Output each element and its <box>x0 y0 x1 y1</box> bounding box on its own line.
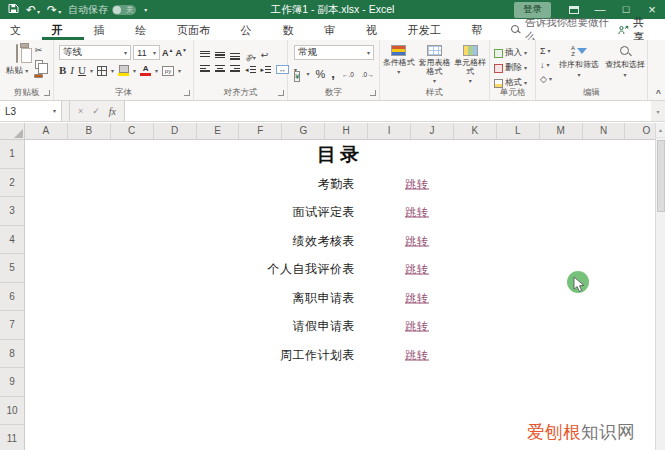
ribbon-display-options-button[interactable] <box>561 0 587 19</box>
percent-style-icon[interactable]: % <box>315 68 325 80</box>
column-header-o[interactable]: O <box>625 123 655 139</box>
find-select-button[interactable]: 查找和选择 ▾ <box>602 45 648 78</box>
tab-draw[interactable]: 绘图 <box>125 19 167 40</box>
collapse-ribbon-icon[interactable]: ^ <box>656 88 661 98</box>
column-header-h[interactable]: H <box>325 123 368 139</box>
column-header-c[interactable]: C <box>111 123 154 139</box>
tab-data[interactable]: 数据 <box>272 19 314 40</box>
tab-review[interactable]: 审阅 <box>314 19 356 40</box>
row-header-9[interactable]: 9 <box>0 368 24 397</box>
number-dialog-launcher-icon[interactable] <box>370 90 376 96</box>
align-right-icon[interactable] <box>230 65 240 74</box>
cut-icon[interactable]: ✂ <box>35 46 43 55</box>
maximize-button[interactable]: □ <box>613 0 639 19</box>
paste-button[interactable]: 粘贴 ▾ <box>5 45 29 77</box>
tab-file[interactable]: 文件 <box>0 19 42 40</box>
font-color-dropdown-icon[interactable]: ▾ <box>155 68 158 74</box>
column-header-f[interactable]: F <box>239 123 282 139</box>
fill-color-icon[interactable] <box>118 65 129 76</box>
redo-dropdown-icon[interactable]: ▾ <box>58 9 61 15</box>
row-header-5[interactable]: 5 <box>0 254 24 283</box>
underline-button[interactable]: U <box>78 65 86 76</box>
row-header-4[interactable]: 4 <box>0 226 24 255</box>
column-header-d[interactable]: D <box>154 123 197 139</box>
font-size-select[interactable]: 11▾ <box>133 45 160 60</box>
conditional-formatting-button[interactable]: 条件格式 ▾ <box>382 45 416 88</box>
alignment-dialog-launcher-icon[interactable] <box>278 90 284 96</box>
jump-link[interactable]: 跳转 <box>405 233 429 248</box>
increase-decimal-icon[interactable]: ←.0 <box>341 70 355 79</box>
row-header-7[interactable]: 7 <box>0 311 24 340</box>
close-button[interactable]: × <box>639 0 665 19</box>
align-center-icon[interactable] <box>215 65 225 74</box>
row-header-3[interactable]: 3 <box>0 197 24 226</box>
name-box-dropdown-icon[interactable]: ▾ <box>53 108 56 114</box>
sort-filter-button[interactable]: AZ 排序和筛选 ▾ <box>556 45 602 78</box>
tab-developer[interactable]: 开发工具 <box>398 19 462 40</box>
decrease-indent-icon[interactable]: ◂ <box>245 66 256 74</box>
redo-button[interactable]: ↷▾ <box>47 4 61 16</box>
bold-button[interactable]: B <box>59 65 66 76</box>
jump-link[interactable]: 跳转 <box>405 319 429 334</box>
format-as-table-button[interactable]: 套用表格格式 ▾ <box>418 45 452 88</box>
row-header-10[interactable]: 10 <box>0 397 24 426</box>
autosave-control[interactable]: 自动保存 关 <box>68 3 136 17</box>
italic-button[interactable]: I <box>70 65 74 76</box>
column-header-l[interactable]: L <box>497 123 540 139</box>
jump-link[interactable]: 跳转 <box>405 176 429 191</box>
autosum-button[interactable]: Σ▾ <box>540 46 552 56</box>
number-format-select[interactable]: 常规▾ <box>294 45 374 60</box>
column-header-a[interactable]: A <box>25 123 68 139</box>
jump-link[interactable]: 跳转 <box>405 205 429 220</box>
sheet-grid[interactable]: 目录 考勤表 跳转 面试评定表 跳转 绩效考核表 跳转 个人自我评价表 跳转 离… <box>25 140 655 450</box>
borders-dropdown-icon[interactable]: ▾ <box>111 68 114 74</box>
comma-style-icon[interactable]: , <box>331 71 335 77</box>
copy-icon[interactable] <box>35 60 43 69</box>
row-header-6[interactable]: 6 <box>0 283 24 312</box>
format-painter-icon[interactable] <box>34 74 43 78</box>
align-top-icon[interactable] <box>200 51 210 60</box>
decrease-font-size-button[interactable]: A▼ <box>175 47 186 58</box>
clear-button[interactable]: ◇▾ <box>540 74 552 84</box>
column-header-k[interactable]: K <box>454 123 497 139</box>
tell-me-search[interactable]: 告诉我你想要做什么 <box>511 19 618 40</box>
tab-help[interactable]: 帮助 <box>461 19 503 40</box>
font-name-select[interactable]: 等线▾ <box>59 45 131 60</box>
undo-dropdown-icon[interactable]: ▾ <box>37 9 40 15</box>
delete-cells-button[interactable]: 删除▾ <box>494 62 527 74</box>
autosave-toggle[interactable]: 关 <box>112 5 136 15</box>
scroll-up-icon[interactable]: ▴ <box>656 123 665 138</box>
fill-color-dropdown-icon[interactable]: ▾ <box>133 68 136 74</box>
tab-home[interactable]: 开始 <box>42 19 84 40</box>
orientation-icon[interactable]: ab▾ <box>245 46 256 64</box>
name-box[interactable]: L3 ▾ <box>0 101 62 121</box>
row-header-8[interactable]: 8 <box>0 340 24 369</box>
align-bottom-icon[interactable] <box>230 51 240 60</box>
formula-bar-expand-icon[interactable]: ▾ <box>651 101 665 121</box>
row-header-11[interactable]: 11 <box>0 425 24 450</box>
vertical-scrollbar[interactable]: ▴ <box>655 123 665 450</box>
share-button[interactable]: 共享 <box>618 19 665 40</box>
column-header-n[interactable]: N <box>583 123 626 139</box>
column-header-m[interactable]: M <box>540 123 583 139</box>
row-header-2[interactable]: 2 <box>0 169 24 198</box>
insert-cells-button[interactable]: 插入▾ <box>494 47 527 59</box>
column-header-e[interactable]: E <box>197 123 240 139</box>
align-left-icon[interactable] <box>200 65 210 74</box>
borders-icon[interactable] <box>97 66 107 76</box>
row-header-1[interactable]: 1 <box>0 140 24 169</box>
accounting-dropdown-icon[interactable]: ▾ <box>306 71 309 77</box>
phonetic-guide-icon[interactable]: py <box>162 66 174 76</box>
column-header-j[interactable]: J <box>411 123 454 139</box>
cancel-icon[interactable]: × <box>78 106 83 116</box>
underline-dropdown-icon[interactable]: ▾ <box>90 68 93 74</box>
formula-bar-handle[interactable] <box>62 101 70 121</box>
jump-link[interactable]: 跳转 <box>405 347 429 362</box>
enter-icon[interactable]: ✓ <box>92 106 100 116</box>
clipboard-dialog-launcher-icon[interactable] <box>44 90 50 96</box>
insert-function-icon[interactable]: fx <box>109 106 116 117</box>
tab-view[interactable]: 视图 <box>356 19 398 40</box>
jump-link[interactable]: 跳转 <box>405 290 429 305</box>
scroll-thumb[interactable] <box>657 140 665 212</box>
fill-button[interactable]: ↓▾ <box>540 60 552 70</box>
